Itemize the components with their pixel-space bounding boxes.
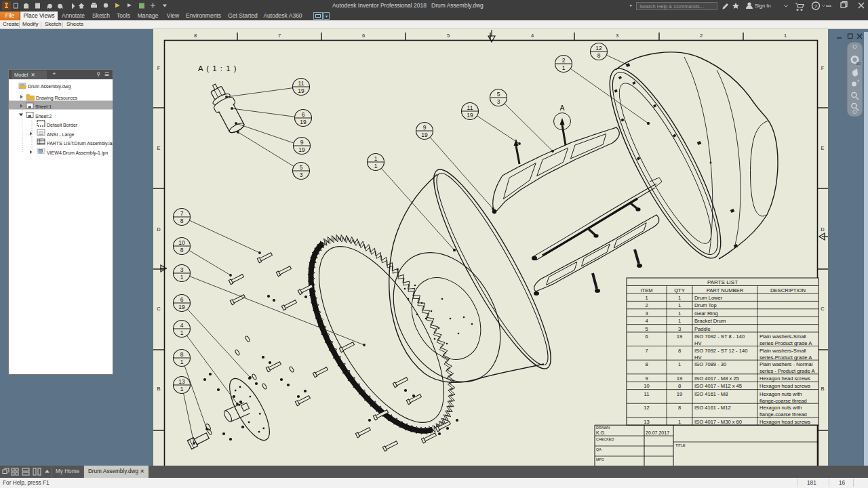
svg-text:9: 9 xyxy=(645,375,648,382)
svg-text:6: 6 xyxy=(302,111,305,118)
svg-text:ISO 4017 - M8 x 25: ISO 4017 - M8 x 25 xyxy=(694,375,739,382)
svg-text:Sheet:1: Sheet:1 xyxy=(35,104,52,109)
svg-text:7: 7 xyxy=(278,33,281,39)
svg-text:B: B xyxy=(157,386,160,392)
svg-text:1: 1 xyxy=(374,163,378,169)
svg-text:ISO 7089 - 30: ISO 7089 - 30 xyxy=(694,361,726,367)
svg-text:11: 11 xyxy=(644,391,650,397)
svg-text:13: 13 xyxy=(644,419,649,425)
svg-text:series - Product grade A: series - Product grade A xyxy=(760,368,815,374)
svg-text:series-Product grade A: series-Product grade A xyxy=(760,354,812,361)
svg-text:6: 6 xyxy=(180,296,184,303)
svg-text:A: A xyxy=(559,104,564,112)
svg-text:12: 12 xyxy=(595,45,602,52)
svg-text:5: 5 xyxy=(645,326,648,332)
svg-text:C: C xyxy=(157,306,161,312)
svg-text:Drum Lower: Drum Lower xyxy=(694,295,723,301)
svg-text:19: 19 xyxy=(178,304,185,310)
svg-text:F: F xyxy=(821,65,825,71)
svg-text:5: 5 xyxy=(300,164,303,171)
svg-text:8: 8 xyxy=(678,348,681,354)
svg-text:VIEW4:Drum Assembly-1.ipn: VIEW4:Drum Assembly-1.ipn xyxy=(47,150,108,156)
svg-text:TITLE: TITLE xyxy=(675,443,686,447)
svg-text:1: 1 xyxy=(678,302,681,308)
svg-text:3: 3 xyxy=(645,310,648,317)
svg-text:ISO 4161 - M12: ISO 4161 - M12 xyxy=(694,405,731,411)
svg-text:4: 4 xyxy=(531,33,534,39)
svg-text:4: 4 xyxy=(645,318,648,324)
svg-text:5: 5 xyxy=(497,91,500,98)
svg-text:3: 3 xyxy=(616,33,618,39)
svg-text:Paddle: Paddle xyxy=(694,326,711,332)
svg-text:PARTS LIST:Drum Assembly.iam: PARTS LIST:Drum Assembly.iam xyxy=(47,141,113,146)
svg-text:ISO 4161 - M8: ISO 4161 - M8 xyxy=(694,391,728,397)
svg-text:8: 8 xyxy=(180,218,184,224)
svg-text:9: 9 xyxy=(423,124,427,131)
svg-text:1: 1 xyxy=(678,310,681,317)
svg-text:Default Border: Default Border xyxy=(47,123,78,127)
svg-text:Sheet:2: Sheet:2 xyxy=(35,114,52,119)
svg-text:ISO 7092 - ST 12 - 140: ISO 7092 - ST 12 - 140 xyxy=(694,348,747,354)
svg-text:2: 2 xyxy=(562,57,566,64)
svg-text:1: 1 xyxy=(180,359,184,365)
svg-text:D: D xyxy=(821,226,825,232)
svg-text:1: 1 xyxy=(374,155,378,162)
svg-text:7: 7 xyxy=(180,210,184,217)
svg-text:Gear Ring: Gear Ring xyxy=(694,310,718,317)
svg-text:DRAWN: DRAWN xyxy=(596,426,610,430)
svg-text:1: 1 xyxy=(784,33,787,39)
svg-text:19: 19 xyxy=(421,131,428,138)
svg-text:8: 8 xyxy=(180,247,184,253)
svg-text:CHECKED: CHECKED xyxy=(596,437,614,441)
svg-text:19: 19 xyxy=(677,391,682,397)
svg-text:flange-coarse thread: flange-coarse thread xyxy=(760,398,807,404)
svg-text:3: 3 xyxy=(300,171,303,178)
svg-text:F: F xyxy=(157,65,161,71)
svg-text:8: 8 xyxy=(678,383,681,389)
svg-text:Plain washers-Small: Plain washers-Small xyxy=(760,348,806,354)
svg-text:PARTS LIST: PARTS LIST xyxy=(707,279,738,285)
svg-text:19: 19 xyxy=(677,375,682,382)
svg-text:Hexagon head screws: Hexagon head screws xyxy=(760,383,810,389)
svg-text:1: 1 xyxy=(180,274,184,281)
svg-text:1: 1 xyxy=(678,295,681,301)
svg-text:13: 13 xyxy=(178,378,185,385)
svg-text:Drum Assembly.dwg: Drum Assembly.dwg xyxy=(28,84,71,89)
svg-text:HV: HV xyxy=(694,340,702,346)
svg-text:HV: HV xyxy=(694,354,702,361)
svg-text:11: 11 xyxy=(467,104,473,111)
svg-text:A ( 1 : 1 ): A ( 1 : 1 ) xyxy=(198,64,237,73)
svg-text:19: 19 xyxy=(677,333,682,340)
svg-text:QTY: QTY xyxy=(674,287,685,293)
svg-text:1: 1 xyxy=(678,361,681,367)
svg-text:2: 2 xyxy=(645,302,648,308)
svg-text:ANSI - Large: ANSI - Large xyxy=(47,132,75,138)
svg-text:19: 19 xyxy=(300,119,307,125)
svg-text:Sign In: Sign In xyxy=(755,3,771,9)
svg-text:Plain washers-Small: Plain washers-Small xyxy=(760,333,806,340)
svg-text:Hexagon nuts with: Hexagon nuts with xyxy=(760,391,802,397)
svg-text:8: 8 xyxy=(597,52,601,59)
svg-text:6: 6 xyxy=(645,333,648,340)
svg-text:K.G.: K.G. xyxy=(596,430,606,435)
svg-text:6: 6 xyxy=(362,33,365,39)
svg-text:1: 1 xyxy=(180,386,184,392)
svg-text:1: 1 xyxy=(180,329,184,336)
svg-text:ISO 4017 - M30 x 60: ISO 4017 - M30 x 60 xyxy=(694,419,742,425)
svg-text:3: 3 xyxy=(678,326,681,332)
svg-text:8: 8 xyxy=(194,33,197,39)
svg-text:series-Product grade A: series-Product grade A xyxy=(760,340,812,346)
svg-text:Bracket Drum: Bracket Drum xyxy=(694,318,726,324)
svg-text:1: 1 xyxy=(678,318,681,324)
svg-text:3: 3 xyxy=(180,266,184,273)
svg-text:8: 8 xyxy=(678,405,681,411)
svg-text:19: 19 xyxy=(298,146,305,153)
svg-text:QA: QA xyxy=(596,447,601,451)
svg-text:2D: 2D xyxy=(856,62,861,66)
svg-text:19: 19 xyxy=(467,112,473,119)
svg-text:12: 12 xyxy=(644,405,649,411)
svg-text:ISO 7092 - ST 8 - 140: ISO 7092 - ST 8 - 140 xyxy=(694,333,745,340)
svg-text:Hexagon nuts with: Hexagon nuts with xyxy=(760,405,802,411)
svg-text:MFG: MFG xyxy=(596,458,604,462)
svg-text:Hexagon head screws: Hexagon head screws xyxy=(760,419,810,425)
